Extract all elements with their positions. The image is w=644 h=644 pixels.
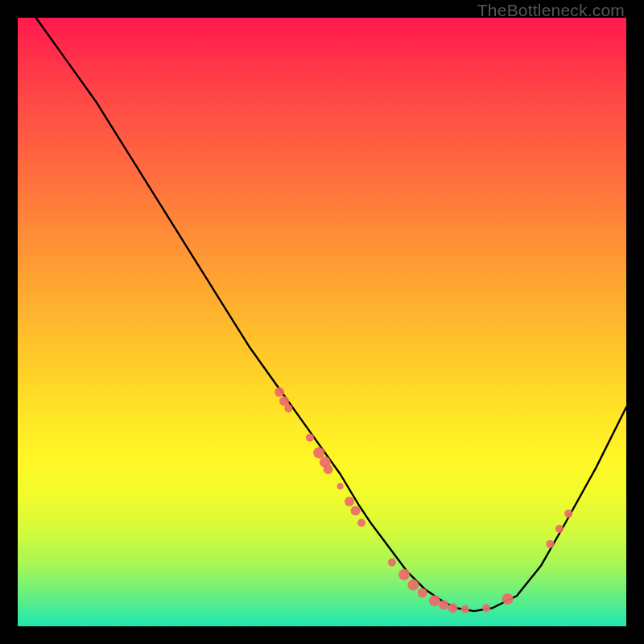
- bottleneck-curve: [36, 18, 626, 611]
- data-point-marker: [418, 588, 427, 597]
- data-point-marker: [448, 603, 458, 613]
- data-point-marker: [407, 580, 419, 591]
- data-point-marker: [388, 559, 396, 567]
- data-point-marker: [345, 497, 354, 506]
- data-point-marker: [357, 519, 365, 527]
- data-point-marker: [461, 605, 469, 613]
- plot-area: [18, 18, 626, 626]
- data-point-marker: [547, 540, 555, 548]
- data-point-marker: [275, 387, 284, 397]
- data-point-marker: [279, 396, 289, 406]
- data-point-marker: [482, 604, 490, 612]
- chart-svg: [18, 18, 626, 626]
- data-point-marker: [439, 601, 448, 610]
- data-point-marker: [555, 525, 564, 533]
- curve-line-group: [36, 18, 626, 611]
- data-point-marker: [284, 404, 292, 412]
- data-point-marker: [429, 595, 440, 606]
- data-point-marker: [306, 434, 314, 442]
- data-point-marker: [502, 593, 514, 605]
- data-point-marker: [564, 510, 572, 518]
- data-point-marker: [351, 506, 361, 515]
- data-point-marker: [324, 464, 333, 474]
- markers-group: [275, 387, 572, 613]
- chart-frame: [18, 18, 626, 626]
- data-point-marker: [398, 569, 410, 580]
- data-point-marker: [313, 448, 324, 459]
- data-point-marker: [337, 483, 344, 489]
